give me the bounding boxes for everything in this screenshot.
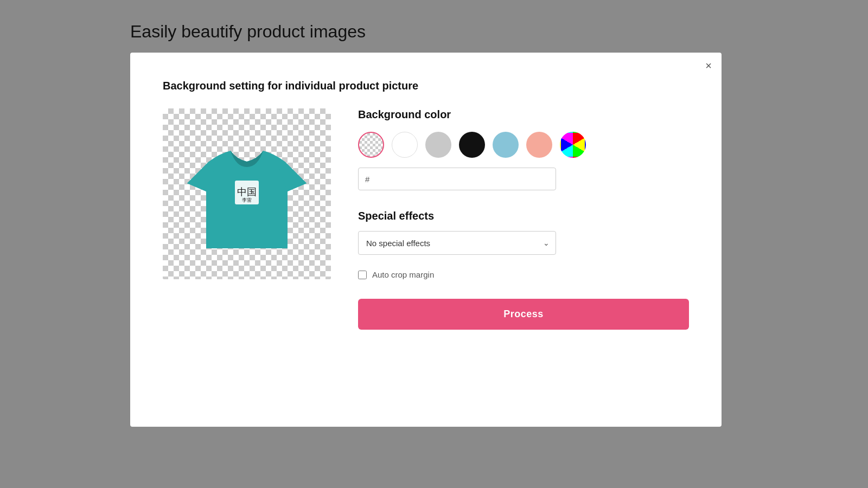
- dialog-body: 中国 李雷 Background color #: [163, 108, 689, 330]
- svg-text:中国: 中国: [237, 187, 257, 197]
- swatch-black[interactable]: [459, 132, 485, 158]
- swatch-light-pink[interactable]: [526, 132, 552, 158]
- controls-panel: Background color # Special effects: [358, 108, 689, 330]
- background-color-title: Background color: [358, 108, 689, 121]
- swatch-white[interactable]: [392, 132, 418, 158]
- color-swatches: [358, 132, 689, 158]
- process-button[interactable]: Process: [358, 299, 689, 330]
- dialog-title: Background setting for individual produc…: [163, 80, 689, 92]
- color-input-wrap: #: [358, 168, 556, 190]
- swatch-rainbow[interactable]: [560, 132, 586, 158]
- swatch-transparent[interactable]: [358, 132, 384, 158]
- special-effects-dropdown-wrap: No special effects Shadow Reflection ⌄: [358, 231, 556, 255]
- color-hex-input[interactable]: [372, 175, 549, 184]
- auto-crop-row: Auto crop margin: [358, 270, 689, 279]
- special-effects-title: Special effects: [358, 210, 689, 222]
- hash-symbol: #: [365, 175, 369, 184]
- dialog: × Background setting for individual prod…: [130, 53, 722, 427]
- swatch-light-blue[interactable]: [493, 132, 519, 158]
- page-title: Easily beautify product images: [130, 22, 366, 42]
- product-image: 中国 李雷: [163, 108, 331, 279]
- auto-crop-label[interactable]: Auto crop margin: [372, 270, 434, 279]
- svg-text:李雷: 李雷: [242, 197, 252, 203]
- swatch-light-gray[interactable]: [425, 132, 451, 158]
- special-effects-select[interactable]: No special effects Shadow Reflection: [358, 231, 556, 255]
- auto-crop-checkbox[interactable]: [358, 271, 367, 279]
- close-button[interactable]: ×: [705, 60, 712, 71]
